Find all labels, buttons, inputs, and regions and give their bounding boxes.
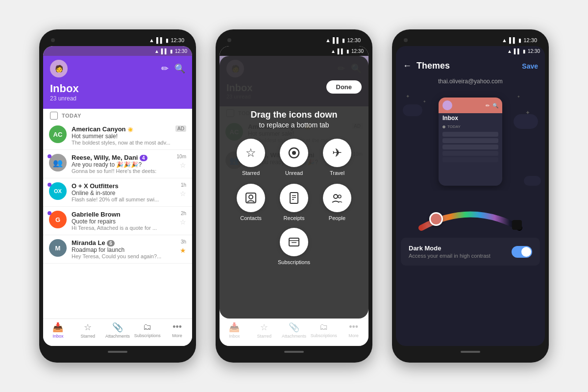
battery-icon: ▮	[166, 37, 169, 44]
search-icon[interactable]: 🔍	[174, 63, 185, 74]
mail-list: TODAY AC American Canyon ☀️ Hot summer s…	[43, 109, 192, 318]
nav2-subscriptions-icon: 🗂	[319, 322, 328, 332]
icon-subscriptions[interactable]: Subscriptions	[278, 228, 310, 265]
mini-row-1	[442, 132, 498, 137]
mini-inbox-title: Inbox	[439, 113, 502, 123]
mini-row-2	[442, 138, 498, 143]
svg-point-3	[249, 195, 253, 199]
cloud-bottom-right	[524, 176, 541, 186]
mail-avatar-1: AC	[49, 125, 67, 143]
select-all-checkbox[interactable]	[50, 112, 58, 120]
mail-subject-1: Hot summer sale!	[72, 133, 171, 140]
mail-item-5[interactable]: M Miranda Le 6 Roadmap for launch Hey Te…	[43, 235, 192, 264]
contacts-label: Contacts	[240, 215, 261, 221]
dark-mode-title: Dark Mode	[409, 245, 490, 252]
mail-sender-3: O + X Outfitters	[72, 182, 175, 190]
mail-content-4: Gabrielle Brown Quote for repairs Hi Ter…	[72, 211, 175, 231]
toggle-knob	[521, 247, 531, 257]
mail-content-1: American Canyon ☀️ Hot summer sale! The …	[72, 125, 171, 146]
phone2-status: ▲ ▌▌ ▮ 12:30	[325, 37, 361, 44]
dark-mode-section: Dark Mode Access your email in high cont…	[401, 238, 540, 266]
nav2-starred-icon: ☆	[260, 322, 268, 333]
save-button[interactable]: Save	[522, 62, 538, 70]
phone1-top-bar: ▲ ▌▌ ▮ 12:30	[43, 34, 192, 46]
nav-inbox-label: Inbox	[52, 334, 63, 339]
p2-time: 12:30	[347, 37, 361, 43]
done-button[interactable]: Done	[326, 80, 362, 94]
home-indicator-1[interactable]	[108, 351, 127, 353]
back-icon[interactable]: ←	[403, 61, 412, 71]
p1-battery: ▮	[170, 49, 173, 54]
cloud-left	[403, 104, 422, 116]
phone2-camera	[227, 38, 231, 42]
mail-star-5[interactable]: ★	[180, 246, 186, 254]
svg-point-8	[334, 195, 338, 198]
nav-more[interactable]: ••• More	[162, 322, 192, 344]
mail-star-4[interactable]: ☆	[180, 218, 186, 226]
icon-receipts[interactable]: Receipts	[276, 184, 312, 221]
travel-circle: ✈	[323, 139, 351, 167]
dark-mode-desc: Access your email in high contrast	[409, 253, 490, 259]
p2-battery-icon: ▮	[342, 37, 345, 44]
icon-row-3: Subscriptions	[278, 228, 310, 265]
subscriptions-circle	[280, 228, 308, 256]
nav-starred-label: Starred	[80, 334, 95, 339]
nav-attachments-icon: 📎	[112, 322, 123, 333]
mail-meta-4: 2h ☆	[180, 211, 186, 226]
unread-dot-2	[48, 154, 51, 158]
phone1-header: 🧑 ✏ 🔍 Inbox 23 unread	[43, 56, 192, 109]
icon-travel[interactable]: ✈ Travel	[319, 139, 355, 176]
mail-preview-2: Gonna be so fun!! Here's the deets:	[72, 168, 172, 174]
dark-mode-toggle[interactable]	[512, 246, 532, 258]
mail-subject-3: Online & in-store	[72, 190, 175, 196]
nav-inbox-icon: 📥	[52, 322, 63, 333]
phone2-top-bar: ▲ ▌▌ ▮ 12:30	[220, 34, 368, 46]
svg-rect-4	[290, 193, 298, 203]
themes-header: ← Themes Save	[396, 56, 545, 76]
nav-inbox[interactable]: 📥 Inbox	[43, 322, 73, 344]
mail-subject-5: Roadmap for launch	[72, 246, 175, 253]
mail-item-1[interactable]: AC American Canyon ☀️ Hot summer sale! T…	[43, 122, 192, 150]
mail-star-2[interactable]: ☆	[180, 161, 186, 169]
icon-unread[interactable]: Unread	[276, 139, 312, 176]
avatar-img: 🧑	[55, 65, 63, 73]
icon-people[interactable]: People	[319, 184, 355, 221]
receipts-circle	[280, 184, 308, 212]
mini-header: ✏ 🔍	[439, 98, 502, 113]
user-avatar[interactable]: 🧑	[50, 60, 68, 77]
p1-signal: ▌▌	[161, 49, 168, 54]
color-knob[interactable]	[429, 212, 443, 226]
overlay: Done Drag the icons down to replace a bo…	[220, 56, 368, 318]
mail-item-2[interactable]: 👥 Reese, Willy, Me, Dani 4 Are you ready…	[43, 150, 192, 178]
home-indicator-2[interactable]	[284, 351, 304, 353]
phone1-screen: ▲ ▌▌ ▮ 12:30 🧑 ✏ 🔍 Inbox 23 unread	[43, 46, 192, 346]
nav-attachments[interactable]: 📎 Attachments	[103, 322, 133, 344]
color-arc-container	[416, 198, 524, 233]
badge-2: 4	[140, 155, 147, 161]
icon-contacts[interactable]: Contacts	[233, 184, 269, 221]
mail-time-3: 1h	[181, 182, 186, 188]
mail-content-2: Reese, Willy, Me, Dani 4 Are you ready t…	[72, 154, 172, 174]
icon-starred[interactable]: ☆ Starred	[233, 139, 269, 176]
nav2-inbox: 📥 Inbox	[220, 322, 249, 344]
nav-starred[interactable]: ☆ Starred	[73, 322, 103, 344]
home-indicator-3[interactable]	[461, 351, 480, 353]
phone1-status: ▲ ▌▌ ▮ 12:30	[149, 37, 184, 44]
phone3-screen: ▲ ▌▌ ▮ 12:30 ← Themes Save thai.oliveira…	[396, 46, 545, 346]
compose-icon[interactable]: ✏	[161, 63, 169, 74]
mail-meta-2: 10m ☆	[177, 154, 186, 169]
mini-avatar	[442, 100, 452, 110]
nav-subscriptions-icon: 🗂	[143, 322, 152, 332]
bottom-nav-1: 📥 Inbox ☆ Starred 📎 Attachments 🗂 Subscr…	[43, 318, 192, 346]
mail-content-3: O + X Outfitters Online & in-store Flash…	[72, 182, 175, 202]
mail-item-4[interactable]: G Gabrielle Brown Quote for repairs Hi T…	[43, 207, 192, 235]
nav-subscriptions[interactable]: 🗂 Subscriptions	[132, 322, 162, 344]
phone3-status: ▲ ▌▌ ▮ 12:30	[502, 37, 537, 44]
mail-star-3[interactable]: ☆	[180, 190, 186, 197]
dark-end-indicator	[512, 220, 522, 230]
p3-time: 12:30	[523, 37, 537, 43]
phone1-bottom-bar	[43, 346, 192, 358]
mail-item-3[interactable]: OX O + X Outfitters Online & in-store Fl…	[43, 178, 192, 207]
unread-dot-4	[48, 211, 51, 215]
nav2-more-label: More	[348, 333, 359, 338]
